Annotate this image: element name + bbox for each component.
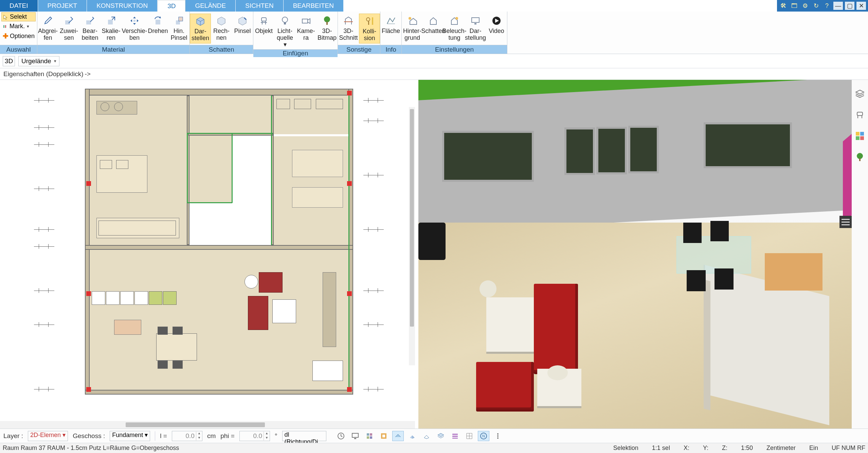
pinsel-button[interactable]: Pinsel	[232, 14, 253, 36]
status-x: X:	[684, 445, 689, 452]
minimize-icon[interactable]: —	[833, 2, 843, 10]
gelaende-value: Urgelände	[21, 57, 51, 65]
zuweisen-button[interactable]: Zuwei-sen	[58, 14, 79, 43]
property-bar[interactable]: Eigenschaften (Doppelklick)->	[0, 68, 868, 80]
save-icon[interactable]: 🗔	[790, 1, 799, 10]
floor-plan	[85, 89, 353, 398]
iso-right-icon[interactable]	[421, 431, 432, 441]
office-chair-3d	[418, 223, 446, 260]
updates-icon[interactable]: ↻	[812, 1, 820, 10]
verschieben-button[interactable]: Verschie-ben	[122, 14, 147, 43]
verschieben-l1: Verschie-	[122, 28, 147, 35]
svg-point-10	[282, 17, 288, 22]
grid-icon[interactable]	[464, 431, 475, 441]
menu-tab-konstruktion[interactable]: KONSTRUKTION	[87, 0, 158, 12]
darstellung-button[interactable]: Dar-stellung	[465, 14, 486, 43]
v-scroll-thumb[interactable]	[410, 109, 414, 327]
menu-tab-3d[interactable]: 3D	[158, 0, 185, 12]
more-icon[interactable]	[492, 431, 504, 441]
objekt-button[interactable]: Objekt	[253, 14, 274, 36]
window-3d	[564, 127, 595, 175]
flaeche-l1: Fläche	[382, 28, 400, 35]
status-z: Z:	[722, 445, 727, 452]
close-icon[interactable]: ✕	[856, 2, 866, 10]
mark-button[interactable]: Mark.▾	[1, 22, 36, 31]
clock-icon[interactable]	[335, 431, 347, 441]
menu-tab-gelaende[interactable]: GELÄNDE	[185, 0, 236, 12]
furniture-icon[interactable]	[854, 109, 866, 121]
dl-combo[interactable]: dl (Richtung/Di	[282, 431, 326, 441]
layers-icon[interactable]	[435, 431, 447, 441]
3dbitmap-button[interactable]: 3D-Bitmap	[317, 14, 338, 43]
3dschnitt-button[interactable]: 3D-Schnitt	[338, 14, 359, 43]
l-field[interactable]: 0.0▴▾	[172, 431, 202, 441]
menu-tab-sichten[interactable]: SICHTEN	[236, 0, 283, 12]
help-icon[interactable]: ?	[822, 1, 831, 10]
right-flyout-handle[interactable]	[839, 216, 852, 228]
spin-up-icon[interactable]: ▴	[264, 432, 270, 436]
mark-icon	[3, 24, 8, 29]
phi-field[interactable]: 0.0▴▾	[239, 431, 270, 441]
lichtquelle-button[interactable]: Licht-quelle ▾	[274, 14, 295, 49]
stack-icon[interactable]	[449, 431, 461, 441]
beleuchtung-button[interactable]: Beleuch-tung	[444, 14, 465, 43]
monitor-icon[interactable]	[349, 431, 361, 441]
rechnen-button[interactable]: Rech-nen	[211, 14, 232, 43]
layer-combo[interactable]: 2D-Elemen ▾	[28, 431, 68, 441]
ortho-icon[interactable]	[392, 431, 404, 441]
status-scale: 1:50	[741, 445, 753, 452]
schatten-button[interactable]: Schatten	[423, 14, 444, 36]
palette-icon[interactable]	[854, 130, 866, 142]
window-3d	[442, 131, 534, 182]
rotate-icon	[151, 15, 164, 27]
menu-tab-projekt[interactable]: PROJEKT	[38, 0, 87, 12]
svg-rect-35	[367, 436, 369, 439]
status-ein: Ein	[809, 445, 818, 452]
spin-up-icon[interactable]: ▴	[196, 432, 202, 436]
menu-tab-bearbeiten[interactable]: BEARBEITEN	[284, 0, 344, 12]
settings-icon[interactable]: ⚙	[801, 1, 810, 10]
maximize-icon[interactable]: ▢	[845, 2, 854, 10]
horizontal-scrollbar[interactable]	[0, 421, 415, 429]
dim-col-right	[363, 87, 394, 399]
3d-render[interactable]	[418, 80, 852, 429]
grid3d-icon[interactable]	[364, 431, 375, 441]
hintergrund-button[interactable]: Hinter-grund	[402, 14, 423, 43]
group-label-einstellungen: Einstellungen	[402, 45, 507, 54]
menu-tab-datei[interactable]: DATEI	[0, 0, 38, 12]
kollision-button[interactable]: Kolli-sion	[359, 14, 380, 43]
collision-icon	[363, 15, 376, 27]
phi-label: phi =	[220, 432, 235, 440]
viewmode-tag[interactable]: 3D	[3, 56, 15, 66]
spin-down-icon[interactable]: ▾	[264, 436, 270, 440]
drehen-button[interactable]: Drehen	[147, 14, 168, 36]
h-scroll-thumb[interactable]	[126, 422, 265, 427]
selekt-button[interactable]: Selekt	[1, 12, 36, 21]
section-icon	[342, 15, 355, 27]
iso-left-icon[interactable]	[406, 431, 418, 441]
svg-rect-27	[860, 136, 864, 140]
kamera-button[interactable]: Kame-ra	[295, 14, 317, 43]
svg-rect-4	[108, 20, 113, 24]
video-button[interactable]: Video	[486, 14, 507, 36]
tree-icon[interactable]	[854, 151, 866, 163]
vertical-scrollbar[interactable]	[409, 107, 415, 365]
bearbeiten-button[interactable]: Bear-beiten	[79, 14, 101, 43]
darstellen-button[interactable]: Dar-stellen	[190, 14, 211, 43]
flaeche-button[interactable]: Fläche	[380, 14, 401, 36]
skalieren-button[interactable]: Skalie-ren	[101, 14, 122, 43]
north-icon[interactable]: N	[478, 431, 489, 441]
palette-icon[interactable]	[378, 431, 390, 441]
wrench-icon[interactable]: 🛠	[779, 1, 788, 10]
optionen-button[interactable]: ✚ Optionen	[1, 31, 36, 41]
layer-value: 2D-Elemen	[30, 432, 61, 438]
drehen-l1: Drehen	[148, 28, 168, 35]
hinpinsel-button[interactable]: Hin.Pinsel	[168, 14, 189, 43]
2d-canvas[interactable]	[0, 80, 415, 421]
geschoss-combo[interactable]: Fundament ▾	[110, 431, 150, 441]
gelaende-combo[interactable]: Urgelände▾	[18, 56, 59, 66]
abgreifen-button[interactable]: Abgrei-fen	[37, 14, 58, 43]
chevron-down-icon: ▾	[145, 432, 148, 438]
layers-icon[interactable]	[854, 88, 866, 100]
spin-down-icon[interactable]: ▾	[196, 436, 202, 440]
